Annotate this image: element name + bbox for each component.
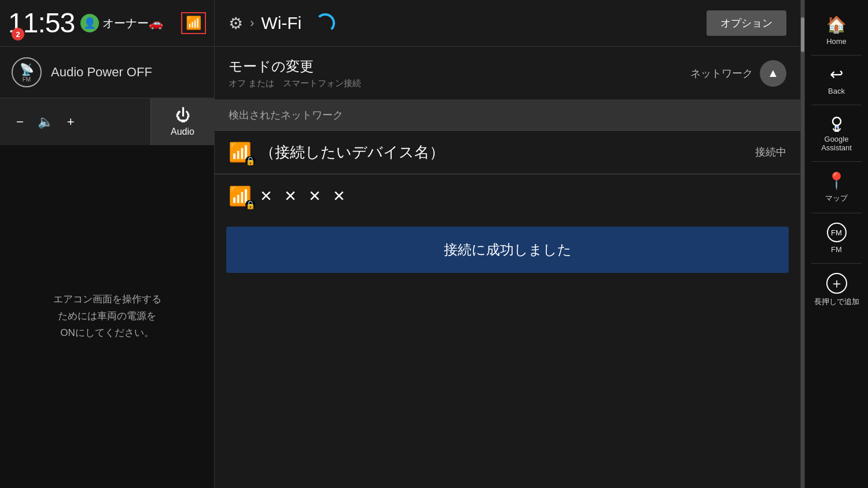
center-panel: ⚙ › Wi-Fi オプション モードの変更 オフ または スマートフォン接続 … <box>214 0 801 488</box>
left-panel: 11:53 👤 オーナー 2 🚗 📶 📡 FM Audio Power OFF … <box>0 0 214 488</box>
volume-minus-button[interactable]: − <box>12 110 28 134</box>
mode-title: モードの変更 <box>229 57 690 76</box>
x-mark-2: ✕ <box>284 187 297 205</box>
network-label: ネットワーク <box>690 66 753 80</box>
power-icon: ⏻ <box>175 106 190 124</box>
user-badge: 👤 オーナー <box>80 14 149 32</box>
add-label: 長押しで追加 <box>814 297 859 307</box>
wifi-title: Wi-Fi <box>261 13 301 33</box>
upload-button[interactable]: ▲ <box>760 60 786 87</box>
audio-button-label: Audio <box>171 127 194 137</box>
volume-controls: − 🔈 + <box>0 98 150 145</box>
fm-label: FM <box>23 76 31 83</box>
loading-ring <box>315 13 335 33</box>
detected-label: 検出されたネットワーク <box>229 109 343 121</box>
right-nav: 🏠 Home ↩ Back GoogleAssistant 📍 マップ <box>804 0 868 488</box>
x-mark-4: ✕ <box>333 187 345 205</box>
network-detected-bar: 検出されたネットワーク <box>215 100 800 131</box>
audio-power-button[interactable]: ⏻ Audio <box>150 98 214 145</box>
nav-item-add[interactable]: ＋ 長押しで追加 <box>805 264 868 316</box>
x-mark-3: ✕ <box>308 187 321 205</box>
nav-item-back[interactable]: ↩ Back <box>805 56 868 105</box>
nav-item-fm[interactable]: FM FM <box>805 213 868 263</box>
nav-item-home[interactable]: 🏠 Home <box>805 6 868 55</box>
car-icon: 🚗 <box>149 16 163 30</box>
google-assistant-icon <box>828 114 845 132</box>
assistant-label: GoogleAssistant <box>821 135 852 152</box>
volume-plus-button[interactable]: + <box>62 110 79 134</box>
back-icon: ↩ <box>830 65 843 84</box>
wifi-lock-icon-1: 📶 🔒 <box>229 141 252 163</box>
second-network-row: 📶 🔒 ✕ ✕ ✕ ✕ <box>215 175 800 217</box>
nav-item-assistant[interactable]: GoogleAssistant <box>805 105 868 161</box>
notification-badge: 2 <box>12 28 24 40</box>
map-icon: 📍 <box>826 171 847 190</box>
upload-icon: ▲ <box>767 66 779 80</box>
aircon-message: エアコン画面を操作するためには車両の電源をONにしてください。 <box>0 145 214 488</box>
wifi-status-box[interactable]: 📶 <box>181 12 206 34</box>
home-icon: 🏠 <box>826 15 847 34</box>
antenna-icon: 📡 <box>20 62 34 76</box>
avatar: 👤 <box>80 14 99 32</box>
back-label: Back <box>828 87 845 95</box>
mode-subtitle: オフ または スマートフォン接続 <box>229 78 690 89</box>
mode-section: モードの変更 オフ または スマートフォン接続 ネットワーク ▲ <box>215 47 800 100</box>
lock-icon-2: 🔒 <box>245 200 255 209</box>
lock-icon: 🔒 <box>245 156 255 165</box>
home-label: Home <box>826 37 847 46</box>
wifi-header: ⚙ › Wi-Fi オプション <box>215 0 800 47</box>
settings-gear-icon[interactable]: ⚙ <box>229 14 243 33</box>
success-banner: 接続に成功しました <box>226 227 789 273</box>
success-message: 接続に成功しました <box>444 242 572 257</box>
nav-item-map[interactable]: 📍 マップ <box>805 162 868 213</box>
audio-power-row: 📡 FM Audio Power OFF <box>0 46 214 98</box>
add-icon: ＋ <box>826 273 847 294</box>
connecting-label: 接続中 <box>755 145 786 159</box>
wifi-icon-small: 📶 <box>186 16 201 31</box>
options-button[interactable]: オプション <box>707 10 786 36</box>
scroll-bar[interactable] <box>801 0 804 488</box>
svg-point-0 <box>833 117 841 125</box>
map-label: マップ <box>825 193 848 204</box>
network-item-1[interactable]: 📶 🔒 （接続したいデバイス名） 接続中 <box>215 131 800 174</box>
speaker-icon: 🔈 <box>38 114 53 130</box>
user-name: オーナー <box>102 16 149 31</box>
status-bar: 11:53 👤 オーナー 2 🚗 📶 <box>0 0 214 46</box>
audio-power-text: Audio Power OFF <box>51 65 152 80</box>
x-marks: ✕ ✕ ✕ ✕ <box>260 187 345 205</box>
fm-nav-circle: FM <box>827 223 847 242</box>
fm-nav-label: FM <box>831 228 842 237</box>
network-name-1: （接続したいデバイス名） <box>260 142 747 162</box>
aircon-text: エアコン画面を操作するためには車両の電源をONにしてください。 <box>53 291 161 342</box>
volume-row: − 🔈 + ⏻ Audio <box>0 98 214 145</box>
breadcrumb-arrow: › <box>250 16 254 31</box>
fm-nav-text: FM <box>831 245 842 254</box>
x-mark-1: ✕ <box>260 187 273 205</box>
wifi-lock-icon-2: 📶 🔒 <box>229 185 252 207</box>
fm-circle[interactable]: 📡 FM <box>12 57 42 87</box>
mode-text-block: モードの変更 オフ または スマートフォン接続 <box>229 57 690 89</box>
